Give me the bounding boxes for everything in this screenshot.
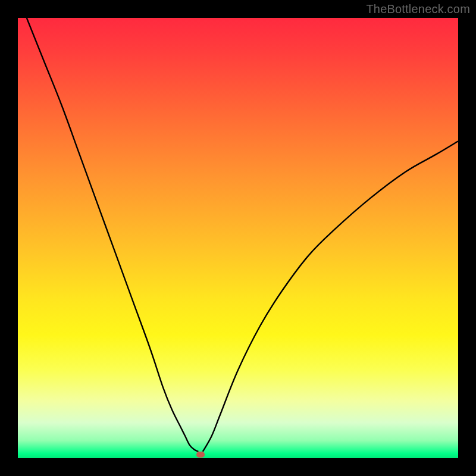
bottleneck-curve: [18, 18, 458, 458]
chart-plot-area: [18, 18, 458, 458]
minimum-marker: [196, 452, 205, 458]
curve-right-branch: [203, 141, 458, 452]
curve-left-branch: [27, 18, 199, 452]
watermark-text: TheBottleneck.com: [366, 2, 470, 16]
